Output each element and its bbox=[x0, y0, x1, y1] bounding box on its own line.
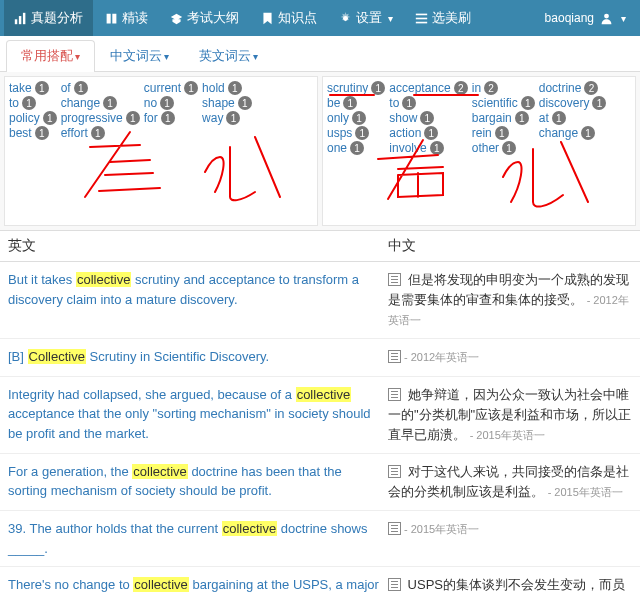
svg-rect-1 bbox=[19, 16, 21, 24]
word-item[interactable]: hold1 bbox=[202, 81, 252, 95]
chevron-down-icon: ▾ bbox=[75, 51, 80, 62]
sentence-cn: 她争辩道，因为公众一致认为社会中唯一的"分类机制"应该是利益和市场，所以正直早已… bbox=[388, 385, 632, 445]
source-label: - 2015年英语一 bbox=[548, 486, 623, 498]
count-badge: 1 bbox=[495, 126, 509, 140]
count-badge: 1 bbox=[343, 96, 357, 110]
count-badge: 1 bbox=[22, 96, 36, 110]
doc-icon[interactable] bbox=[388, 578, 401, 591]
count-badge: 1 bbox=[35, 81, 49, 95]
user-icon bbox=[600, 12, 613, 25]
nav-jingdu[interactable]: 精读 bbox=[95, 0, 158, 36]
doc-icon[interactable] bbox=[388, 465, 401, 478]
count-badge: 1 bbox=[402, 96, 416, 110]
word-item[interactable]: change1 bbox=[539, 126, 607, 140]
count-badge: 1 bbox=[35, 126, 49, 140]
svg-rect-4 bbox=[416, 13, 427, 15]
count-badge: 1 bbox=[502, 141, 516, 155]
word-item[interactable]: current1 bbox=[144, 81, 198, 95]
word-item[interactable]: way1 bbox=[202, 111, 252, 125]
word-item[interactable]: involve1 bbox=[389, 141, 467, 155]
word-item[interactable]: at1 bbox=[539, 111, 607, 125]
sentence-row: There's no change to collective bargaini… bbox=[0, 567, 640, 594]
sentence-cn: USPS的集体谈判不会发生变动，而员工开销占总开销的80%，这实属重大纰漏。 -… bbox=[388, 575, 632, 594]
gear-icon bbox=[339, 12, 352, 25]
word-item[interactable]: no1 bbox=[144, 96, 198, 110]
count-badge: 1 bbox=[521, 96, 535, 110]
word-item[interactable]: one1 bbox=[327, 141, 385, 155]
sentence-cn: 对于这代人来说，共同接受的信条是社会的分类机制应该是利益。 - 2015年英语一 bbox=[388, 462, 632, 502]
word-item[interactable]: for1 bbox=[144, 111, 198, 125]
count-badge: 1 bbox=[352, 111, 366, 125]
word-item[interactable]: in2 bbox=[472, 81, 535, 95]
nav-settings[interactable]: 设置▾ bbox=[329, 0, 403, 36]
sentence-row: 39. The author holds that the current co… bbox=[0, 511, 640, 567]
word-item[interactable]: usps1 bbox=[327, 126, 385, 140]
nav-zhishidian[interactable]: 知识点 bbox=[251, 0, 327, 36]
word-item[interactable]: show1 bbox=[389, 111, 467, 125]
word-item[interactable]: doctrine2 bbox=[539, 81, 607, 95]
word-item[interactable]: to1 bbox=[389, 96, 467, 110]
word-item[interactable]: action1 bbox=[389, 126, 467, 140]
word-item[interactable]: policy1 bbox=[9, 111, 57, 125]
header-en: 英文 bbox=[8, 237, 388, 255]
word-item[interactable]: other1 bbox=[472, 141, 535, 155]
word-item[interactable]: scrutiny1 bbox=[327, 81, 385, 95]
word-item[interactable]: change1 bbox=[61, 96, 140, 110]
word-item[interactable]: effort1 bbox=[61, 126, 140, 140]
doc-icon[interactable] bbox=[388, 522, 401, 535]
source-label: - 2012年英语一 bbox=[388, 294, 629, 326]
user-menu[interactable]: baoqiang▾ bbox=[535, 11, 636, 25]
svg-rect-5 bbox=[416, 17, 427, 19]
count-badge: 2 bbox=[484, 81, 498, 95]
word-item[interactable]: acceptance2 bbox=[389, 81, 467, 95]
svg-rect-2 bbox=[23, 12, 25, 23]
left-word-pane: take1to1policy1best1of1change1progressiv… bbox=[4, 76, 318, 226]
sentence-en[interactable]: [B] Collective Scrutiny in Scientific Di… bbox=[8, 347, 380, 367]
tab-yingwen[interactable]: 英文词云▾ bbox=[184, 40, 273, 71]
count-badge: 1 bbox=[355, 126, 369, 140]
chevron-down-icon: ▾ bbox=[388, 13, 393, 24]
word-item[interactable]: of1 bbox=[61, 81, 140, 95]
sentence-en[interactable]: There's no change to collective bargaini… bbox=[8, 575, 380, 594]
chevron-down-icon: ▾ bbox=[253, 51, 258, 62]
word-item[interactable]: discovery1 bbox=[539, 96, 607, 110]
count-badge: 1 bbox=[160, 96, 174, 110]
word-item[interactable]: to1 bbox=[9, 96, 57, 110]
word-item[interactable]: rein1 bbox=[472, 126, 535, 140]
word-item[interactable]: best1 bbox=[9, 126, 57, 140]
sentence-en[interactable]: Integrity had collapsed, she argued, bec… bbox=[8, 385, 380, 445]
word-item[interactable]: only1 bbox=[327, 111, 385, 125]
chevron-down-icon: ▾ bbox=[621, 13, 626, 24]
nav-xuanmeishua[interactable]: 选美刷 bbox=[405, 0, 481, 36]
handwriting-left bbox=[75, 127, 295, 217]
nav-dagang[interactable]: 考试大纲 bbox=[160, 0, 249, 36]
svg-rect-6 bbox=[416, 21, 427, 23]
doc-icon[interactable] bbox=[388, 350, 401, 363]
word-item[interactable]: progressive1 bbox=[61, 111, 140, 125]
word-item[interactable]: shape1 bbox=[202, 96, 252, 110]
sentence-en[interactable]: 39. The author holds that the current co… bbox=[8, 519, 380, 558]
nav-zhenti[interactable]: 真题分析 bbox=[4, 0, 93, 36]
word-item[interactable]: be1 bbox=[327, 96, 385, 110]
doc-icon[interactable] bbox=[388, 388, 401, 401]
count-badge: 1 bbox=[103, 96, 117, 110]
tab-zhongwen[interactable]: 中文词云▾ bbox=[95, 40, 184, 71]
count-badge: 1 bbox=[184, 81, 198, 95]
book-icon bbox=[105, 12, 118, 25]
header-cn: 中文 bbox=[388, 237, 632, 255]
sentence-en[interactable]: For a generation, the collective doctrin… bbox=[8, 462, 380, 502]
tab-changyong[interactable]: 常用搭配▾ bbox=[6, 40, 95, 72]
count-badge: 1 bbox=[91, 126, 105, 140]
word-item[interactable]: bargain1 bbox=[472, 111, 535, 125]
chevron-down-icon: ▾ bbox=[164, 51, 169, 62]
acceptance-underline bbox=[413, 94, 479, 96]
sentence-row: Integrity had collapsed, she argued, bec… bbox=[0, 377, 640, 454]
count-badge: 1 bbox=[228, 81, 242, 95]
count-badge: 1 bbox=[226, 111, 240, 125]
word-item[interactable]: take1 bbox=[9, 81, 57, 95]
word-item[interactable]: scientific1 bbox=[472, 96, 535, 110]
source-label: - 2015年英语一 bbox=[470, 429, 545, 441]
count-badge: 1 bbox=[420, 111, 434, 125]
sentence-en[interactable]: But it takes collective scrutiny and acc… bbox=[8, 270, 380, 330]
doc-icon[interactable] bbox=[388, 273, 401, 286]
